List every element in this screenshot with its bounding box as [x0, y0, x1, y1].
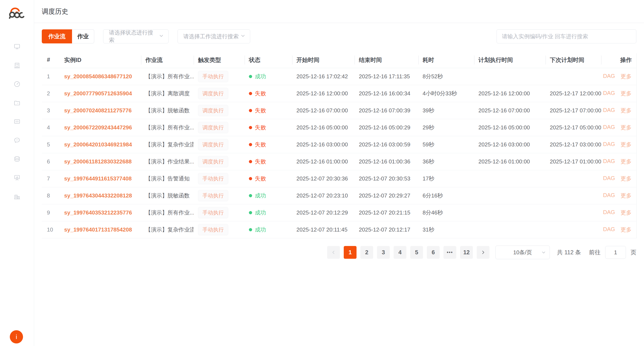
- instance-id-link[interactable]: sy_2000702408211275776: [64, 107, 132, 114]
- more-link[interactable]: 更多: [620, 73, 632, 80]
- chevron-down-icon: [240, 33, 246, 40]
- instance-id-link[interactable]: sy_2000854086348677120: [64, 73, 132, 80]
- pagination-bar: 123456•••12 10条/页 共 112 条 前往 页: [42, 246, 636, 259]
- tab-workflow[interactable]: 作业流: [42, 29, 72, 43]
- dag-link[interactable]: DAG: [603, 107, 615, 114]
- more-link[interactable]: 更多: [620, 107, 632, 114]
- instance-id-link[interactable]: sy_2000611812830322688: [64, 158, 132, 165]
- end-time: 2025-12-07 20:30:53: [354, 175, 418, 182]
- column-header: 耗时: [418, 56, 474, 64]
- dag-link[interactable]: DAG: [603, 175, 615, 182]
- start-time: 2025-12-16 01:00:00: [292, 158, 354, 165]
- duration: 17秒: [418, 175, 474, 182]
- instance-id-link[interactable]: sy_1997640353212235776: [64, 209, 132, 216]
- status-badge: 失败: [249, 158, 292, 165]
- pagination-ellipsis-button[interactable]: •••: [444, 246, 456, 259]
- more-link[interactable]: 更多: [620, 90, 632, 97]
- dag-link[interactable]: DAG: [603, 192, 615, 199]
- folder-icon[interactable]: [14, 99, 21, 106]
- dag-link[interactable]: DAG: [603, 158, 615, 165]
- status-filter-placeholder: 请选择状态进行搜索: [109, 29, 156, 44]
- instance-id-link[interactable]: sy_2000672209243447296: [64, 124, 132, 131]
- monitor-icon[interactable]: [14, 43, 21, 50]
- workflow-name: 【演示】离散调度: [141, 90, 194, 97]
- row-actions: DAG更多: [601, 141, 636, 148]
- status-text: 成功: [255, 192, 266, 199]
- row-index: 2: [42, 90, 60, 97]
- next-planned-time: 2025-12-17 01:00:00: [546, 158, 601, 165]
- status-badge: 成功: [249, 209, 292, 216]
- start-time: 2025-12-16 03:00:00: [292, 141, 354, 148]
- instance-id-link[interactable]: sy_2000642010346921984: [64, 141, 132, 148]
- end-time: 2025-12-07 20:21:15: [354, 209, 418, 216]
- database-icon[interactable]: [14, 155, 21, 163]
- dag-link[interactable]: DAG: [603, 124, 615, 131]
- search-input[interactable]: [496, 29, 636, 43]
- more-link[interactable]: 更多: [620, 226, 632, 233]
- dag-link[interactable]: DAG: [603, 73, 615, 80]
- end-time: 2025-12-16 01:00:36: [354, 158, 418, 165]
- next-planned-time: 2025-12-17 07:00:00: [546, 107, 601, 114]
- start-time: 2025-12-16 12:00:00: [292, 90, 354, 97]
- column-header: 状态: [245, 56, 292, 64]
- prev-page-button[interactable]: [327, 246, 340, 259]
- page-button-4[interactable]: 4: [394, 246, 406, 259]
- next-planned-time: 2025-12-17 12:00:00: [546, 90, 601, 97]
- board-chart-icon[interactable]: [14, 174, 21, 181]
- workflow-name: 【演示】复杂作业流: [141, 226, 194, 233]
- table-row: 10sy_1997640171317854208【演示】复杂作业流手动执行成功2…: [42, 221, 636, 238]
- status-text: 失败: [255, 107, 266, 114]
- page-title: 调度历史: [42, 7, 68, 16]
- history-table: #实例ID作业流触发类型状态开始时间结束时间耗时计划执行时间下次计划时间操作 1…: [42, 52, 636, 238]
- status-filter-select[interactable]: 请选择状态进行搜索: [103, 29, 168, 43]
- more-link[interactable]: 更多: [620, 192, 632, 199]
- city-icon[interactable]: [14, 193, 21, 200]
- more-link[interactable]: 更多: [620, 124, 632, 131]
- page-button-6[interactable]: 6: [427, 246, 440, 259]
- status-badge: 失败: [249, 90, 292, 97]
- page-size-select[interactable]: 10条/页: [496, 246, 550, 259]
- row-index: 3: [42, 107, 60, 114]
- status-text: 失败: [255, 90, 266, 97]
- planned-time: 2025-12-16 12:00:00: [474, 90, 546, 97]
- goto-page-input[interactable]: [605, 246, 626, 259]
- more-link[interactable]: 更多: [620, 158, 632, 165]
- workflow-name: 【演示】作业结果...: [141, 158, 194, 165]
- end-time: 2025-12-16 17:11:35: [354, 73, 418, 80]
- instance-id-link[interactable]: sy_1997640171317854208: [64, 226, 132, 233]
- chevron-down-icon: [158, 33, 164, 40]
- dag-link[interactable]: DAG: [603, 141, 615, 148]
- cloud-logo-icon[interactable]: [7, 6, 27, 19]
- duration: 36秒: [418, 158, 474, 165]
- page-button-2[interactable]: 2: [360, 246, 373, 259]
- meter-icon[interactable]: [14, 118, 21, 125]
- gauge-icon[interactable]: [14, 80, 21, 88]
- column-header: #: [42, 57, 60, 63]
- help-button[interactable]: i: [10, 330, 23, 344]
- page-button-12[interactable]: 12: [460, 246, 473, 259]
- row-index: 1: [42, 73, 60, 80]
- dag-link[interactable]: DAG: [603, 209, 615, 216]
- column-header: 作业流: [141, 56, 194, 64]
- dag-link[interactable]: DAG: [603, 226, 615, 233]
- status-text: 失败: [255, 158, 266, 165]
- duration: 31秒: [418, 226, 474, 233]
- table-row: 4sy_2000672209243447296【演示】所有作业...调度执行失败…: [42, 119, 636, 136]
- more-link[interactable]: 更多: [620, 209, 632, 216]
- more-link[interactable]: 更多: [620, 141, 632, 148]
- table-row: 7sy_1997644911615377408【演示】告警通知手动执行失败202…: [42, 170, 636, 187]
- instance-id-link[interactable]: sy_1997643044332208128: [64, 192, 132, 199]
- building-icon[interactable]: [14, 62, 21, 69]
- more-link[interactable]: 更多: [620, 175, 632, 182]
- instance-id-link[interactable]: sy_2000777905712635904: [64, 90, 132, 97]
- workflow-filter-select[interactable]: 请选择工作流进行搜索: [178, 29, 250, 43]
- status-badge: 成功: [249, 73, 292, 80]
- next-page-button[interactable]: [477, 246, 490, 259]
- page-button-5[interactable]: 5: [410, 246, 423, 259]
- page-button-3[interactable]: 3: [377, 246, 390, 259]
- instance-id-link[interactable]: sy_1997644911615377408: [64, 175, 132, 182]
- chat-icon[interactable]: [14, 137, 21, 144]
- dag-link[interactable]: DAG: [603, 90, 615, 97]
- page-button-1[interactable]: 1: [344, 246, 356, 259]
- tab-job[interactable]: 作业: [72, 29, 94, 43]
